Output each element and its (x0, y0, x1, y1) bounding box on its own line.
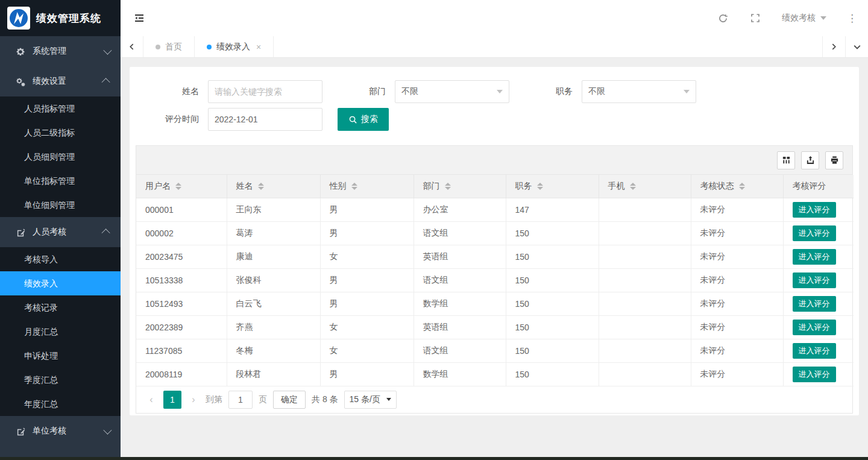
gear-icon (14, 46, 27, 57)
table-toolbar (136, 146, 852, 175)
enter-score-button[interactable]: 进入评分 (793, 343, 836, 359)
col-header-phone[interactable]: 手机 (599, 175, 691, 198)
cell-assess-score: 进入评分 (783, 292, 854, 315)
cell-username: 20023475 (136, 245, 227, 268)
user-role-dropdown[interactable]: 绩效考核 (782, 13, 826, 24)
sidebar-group-performance-settings[interactable]: 绩效设置 (0, 66, 121, 96)
sidebar-group-system-mgmt[interactable]: 系统管理 (0, 36, 121, 66)
main-area: 绩效考核 ⋮ 首页 绩效录入 × (121, 0, 868, 457)
columns-filter-icon[interactable] (777, 151, 795, 169)
cell-assess-score: 进入评分 (783, 339, 854, 362)
tabs-scroll-right-button[interactable] (822, 36, 845, 57)
data-table-block: 用户名 姓名 性别 部门 职务 手机 考核状态 考核评分 000001王向东男办… (136, 145, 853, 414)
cell-username: 20008119 (136, 362, 227, 386)
cell-username: 10513338 (136, 268, 227, 292)
enter-score-button[interactable]: 进入评分 (793, 296, 836, 312)
cell-assess-score: 进入评分 (783, 221, 854, 245)
export-icon[interactable] (801, 151, 819, 169)
sidebar-item-yearly-summary[interactable]: 年度汇总 (0, 392, 121, 416)
fullscreen-icon[interactable] (749, 12, 761, 24)
col-header-department[interactable]: 部门 (414, 175, 506, 198)
sidebar-group-person-assessment[interactable]: 人员考核 (0, 217, 121, 247)
col-header-name[interactable]: 姓名 (227, 175, 320, 198)
tab-performance-entry[interactable]: 绩效录入 × (195, 36, 274, 57)
enter-score-button[interactable]: 进入评分 (793, 367, 836, 382)
pagination: ‹ 1 › 到第 页 确定 共 8 条 15 条/页 (136, 386, 852, 413)
enter-score-button[interactable]: 进入评分 (793, 249, 836, 265)
prev-page-icon[interactable]: ‹ (145, 394, 157, 405)
cell-gender: 女 (320, 339, 414, 362)
cell-assess-status: 未评分 (691, 198, 783, 221)
sort-icon[interactable] (175, 183, 181, 190)
sidebar-item-performance-entry[interactable]: 绩效录入 (0, 271, 121, 295)
goto-page-input[interactable] (228, 391, 253, 409)
sidebar-item-person-indicator-mgmt[interactable]: 人员指标管理 (0, 96, 121, 121)
next-page-icon[interactable]: › (187, 394, 200, 405)
sidebar-group-label: 绩效设置 (33, 76, 104, 87)
sort-icon[interactable] (258, 183, 264, 190)
table-row: 20022389齐燕女英语组150未评分进入评分 (136, 315, 854, 339)
job-label: 职务 (509, 86, 582, 97)
job-select[interactable]: 不限 (582, 80, 696, 103)
sidebar-item-person-rules-mgmt[interactable]: 人员细则管理 (0, 145, 121, 169)
refresh-icon[interactable] (717, 12, 729, 24)
sidebar-item-unit-indicator-mgmt[interactable]: 单位指标管理 (0, 169, 121, 193)
sort-icon[interactable] (739, 183, 745, 190)
cell-job: 150 (506, 315, 599, 339)
cell-phone (599, 198, 691, 221)
cell-job: 150 (506, 245, 599, 268)
cell-name: 王向东 (227, 198, 320, 221)
cell-department: 英语组 (414, 245, 506, 268)
submenu-performance-settings: 人员指标管理 人员二级指标 人员细则管理 单位指标管理 单位细则管理 (0, 96, 121, 217)
col-header-gender[interactable]: 性别 (320, 175, 414, 198)
sidebar-item-unit-rules-mgmt[interactable]: 单位细则管理 (0, 193, 121, 217)
department-select[interactable]: 不限 (395, 80, 509, 103)
cell-department: 英语组 (414, 315, 506, 339)
cell-phone (599, 268, 691, 292)
collapse-menu-icon[interactable] (131, 10, 147, 26)
score-date-input[interactable] (208, 108, 322, 131)
page-size-select[interactable]: 15 条/页 (344, 391, 397, 409)
sidebar-item-person-secondary-indicator[interactable]: 人员二级指标 (0, 121, 121, 145)
cell-job: 147 (506, 198, 599, 221)
table-row: 000001王向东男办公室147未评分进入评分 (136, 198, 854, 221)
name-search-input[interactable] (208, 80, 322, 103)
sidebar-item-quarterly-summary[interactable]: 季度汇总 (0, 368, 121, 392)
close-icon[interactable]: × (256, 42, 261, 52)
tab-home[interactable]: 首页 (143, 36, 195, 57)
goto-confirm-button[interactable]: 确定 (273, 391, 306, 409)
sidebar-group-label: 系统管理 (33, 46, 104, 57)
tabs-menu-button[interactable] (845, 36, 868, 57)
sidebar-item-assess-import[interactable]: 考核导入 (0, 247, 121, 271)
cell-assess-status: 未评分 (691, 268, 783, 292)
sidebar-item-monthly-summary[interactable]: 月度汇总 (0, 320, 121, 344)
enter-score-button[interactable]: 进入评分 (793, 202, 836, 218)
cell-assess-score: 进入评分 (783, 315, 854, 339)
enter-score-button[interactable]: 进入评分 (793, 273, 836, 288)
page-number-current[interactable]: 1 (163, 391, 181, 409)
cell-name: 白云飞 (227, 292, 320, 315)
cell-assess-score: 进入评分 (783, 268, 854, 292)
enter-score-button[interactable]: 进入评分 (793, 320, 836, 335)
table-row: 20008119段林君男数学组150未评分进入评分 (136, 362, 854, 386)
search-button[interactable]: 搜索 (338, 108, 389, 131)
cell-assess-status: 未评分 (691, 339, 783, 362)
print-icon[interactable] (825, 151, 843, 169)
user-role-label: 绩效考核 (782, 13, 816, 24)
sort-icon[interactable] (445, 183, 451, 190)
col-header-job[interactable]: 职务 (506, 175, 599, 198)
table-row: 20023475康迪女英语组150未评分进入评分 (136, 245, 854, 268)
sidebar-item-assess-records[interactable]: 考核记录 (0, 295, 121, 320)
col-header-username[interactable]: 用户名 (136, 175, 227, 198)
col-header-assess-status[interactable]: 考核状态 (691, 175, 783, 198)
sort-icon[interactable] (351, 183, 357, 190)
enter-score-button[interactable]: 进入评分 (793, 225, 836, 241)
more-vertical-icon[interactable]: ⋮ (847, 12, 857, 25)
sidebar-group-unit-assessment[interactable]: 单位考核 (0, 416, 121, 446)
sidebar-item-appeal-handling[interactable]: 申诉处理 (0, 344, 121, 368)
tab-dot-icon (207, 45, 212, 49)
tabs-scroll-left-button[interactable] (121, 36, 143, 57)
cell-username: 10512493 (136, 292, 227, 315)
sort-icon[interactable] (630, 183, 636, 190)
sort-icon[interactable] (537, 183, 543, 190)
